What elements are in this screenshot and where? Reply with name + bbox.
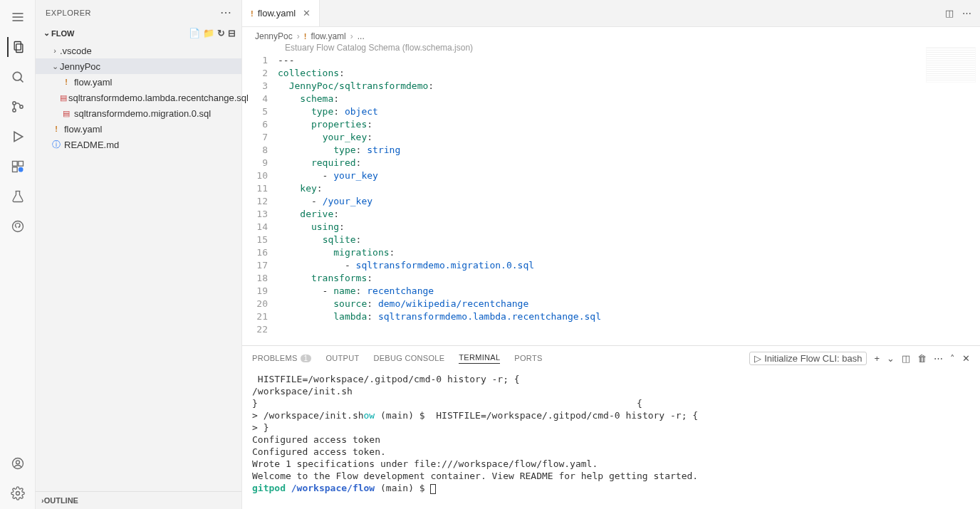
svg-line-6 (20, 79, 23, 82)
minimap[interactable] (926, 47, 976, 83)
folder-section-header[interactable]: ⌄ FLOW 📄 📁 ↻ ⊟ (36, 25, 241, 41)
code-content[interactable]: ---collections: JennyPoc/sqltransformdem… (278, 54, 980, 336)
editor[interactable]: Estuary Flow Catalog Schema (flow.schema… (242, 43, 980, 345)
source-control-icon[interactable] (8, 97, 28, 117)
tree-folder-vscode[interactable]: › .vscode (36, 43, 241, 58)
schema-hint: Estuary Flow Catalog Schema (flow.schema… (285, 43, 473, 53)
beaker-icon[interactable] (8, 187, 28, 206)
svg-rect-11 (12, 162, 17, 167)
editor-tabs: ! flow.yaml ✕ ◫ ⋯ (242, 0, 980, 27)
info-file-icon: ⓘ (50, 139, 63, 151)
outline-section-header[interactable]: › OUTLINE (36, 491, 241, 509)
tree-file-readme[interactable]: ⓘ README.md (36, 137, 241, 152)
accounts-icon[interactable] (8, 453, 28, 473)
tab-output[interactable]: OUTPUT (325, 354, 359, 362)
menu-icon[interactable] (8, 7, 28, 27)
svg-point-9 (19, 105, 22, 108)
chevron-down-icon: ⌄ (41, 28, 51, 38)
sql-file-icon: ▤ (60, 109, 73, 118)
tab-problems[interactable]: PROBLEMS 1 (252, 354, 311, 362)
new-folder-icon[interactable]: 📁 (203, 28, 214, 38)
svg-rect-3 (14, 42, 21, 51)
svg-point-7 (12, 102, 15, 105)
problems-badge: 1 (301, 355, 312, 362)
svg-rect-12 (18, 162, 23, 167)
folder-root-label: FLOW (51, 29, 74, 38)
activity-bar (0, 0, 36, 509)
split-editor-icon[interactable]: ◫ (945, 8, 954, 19)
terminal-task-label[interactable]: ▷ Initialize Flow CLI: bash (749, 352, 867, 365)
tab-debug-console[interactable]: DEBUG CONSOLE (373, 354, 444, 362)
yaml-file-icon: ! (304, 32, 307, 41)
search-icon[interactable] (8, 67, 28, 87)
terminal-dropdown-icon[interactable]: ⌄ (887, 353, 895, 364)
line-gutter: 12345678910111213141516171819202122 (242, 54, 278, 336)
refresh-icon[interactable]: ↻ (217, 28, 225, 38)
tree-file-flow-yaml-root[interactable]: ! flow.yaml (36, 121, 241, 137)
chevron-right-icon: › (350, 31, 353, 41)
extensions-icon[interactable] (8, 157, 28, 177)
svg-point-8 (12, 109, 15, 112)
svg-point-18 (16, 461, 19, 464)
sql-file-icon: ▤ (60, 93, 67, 103)
svg-point-5 (13, 72, 21, 80)
maximize-panel-icon[interactable]: ˄ (950, 353, 955, 364)
tab-ports[interactable]: PORTS (514, 354, 542, 362)
svg-point-16 (12, 221, 23, 232)
chevron-right-icon: › (297, 31, 300, 41)
svg-rect-4 (16, 44, 22, 53)
svg-point-19 (16, 492, 19, 495)
collapse-icon[interactable]: ⊟ (228, 28, 236, 38)
more-icon[interactable]: ⋯ (934, 353, 943, 364)
explorer-title: EXPLORER (46, 9, 91, 17)
yaml-file-icon: ! (60, 78, 73, 86)
tree-folder-jennypoc[interactable]: ⌄ JennyPoc (36, 58, 241, 74)
github-icon[interactable] (8, 216, 28, 236)
chevron-down-icon: ⌄ (50, 62, 60, 71)
kill-terminal-icon[interactable]: 🗑 (917, 353, 927, 364)
new-file-icon[interactable]: 📄 (189, 28, 200, 38)
svg-point-14 (18, 167, 23, 172)
tab-flow-yaml[interactable]: ! flow.yaml ✕ (242, 0, 320, 26)
more-actions-icon[interactable]: ⋯ (962, 8, 971, 19)
file-tree: › .vscode ⌄ JennyPoc ! flow.yaml ▤ sqltr… (36, 41, 241, 154)
svg-rect-13 (12, 167, 17, 172)
explorer-more-icon[interactable]: ⋯ (220, 6, 232, 19)
terminal-content[interactable]: HISTFILE=/workspace/.gitpod/cmd-0 histor… (242, 370, 980, 509)
yaml-file-icon: ! (50, 125, 63, 133)
chevron-right-icon: › (50, 46, 60, 55)
explorer-icon[interactable] (7, 37, 27, 57)
yaml-file-icon: ! (251, 9, 254, 18)
tab-terminal[interactable]: TERMINAL (459, 353, 500, 364)
bottom-panel: PROBLEMS 1 OUTPUT DEBUG CONSOLE TERMINAL… (242, 345, 980, 509)
explorer-sidebar: EXPLORER ⋯ ⌄ FLOW 📄 📁 ↻ ⊟ › .vscode ⌄ Je… (36, 0, 242, 509)
close-panel-icon[interactable]: ✕ (962, 353, 970, 364)
breadcrumb[interactable]: JennyPoc › ! flow.yaml › ... (242, 27, 980, 43)
terminal-icon: ▷ (754, 353, 761, 364)
main-area: ! flow.yaml ✕ ◫ ⋯ JennyPoc › ! flow.yaml… (242, 0, 980, 509)
tree-file-sql-migration[interactable]: ▤ sqltransformdemo.migration.0.sql (36, 105, 241, 121)
split-terminal-icon[interactable]: ◫ (902, 353, 910, 364)
new-terminal-icon[interactable]: + (874, 353, 880, 364)
svg-marker-10 (14, 132, 23, 141)
tree-file-flow-yaml[interactable]: ! flow.yaml (36, 74, 241, 90)
settings-icon[interactable] (8, 483, 28, 503)
close-icon[interactable]: ✕ (303, 8, 311, 19)
tree-file-sql-lambda[interactable]: ▤ sqltransformdemo.lambda.recentchange.s… (36, 90, 241, 105)
run-debug-icon[interactable] (8, 127, 28, 147)
